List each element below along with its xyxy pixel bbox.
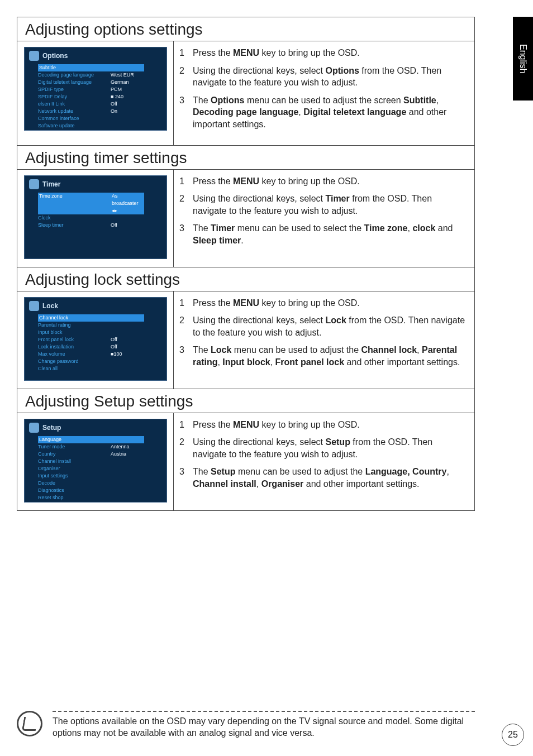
step-text: Press the MENU key to bring up the OSD. (193, 47, 465, 59)
thumbnail-row-value (111, 64, 144, 71)
osd-thumbnail: TimerTime zoneAs broadcaster ◂▸ClockSlee… (24, 175, 167, 259)
step-number: 3 (179, 222, 193, 246)
thumbnail-column: OptionsSubtitleDecoding page languageWes… (17, 41, 174, 145)
thumbnail-row-value (111, 358, 144, 365)
thumbnail-row-label: Max volume (38, 351, 111, 358)
step-text: Using the directional keys, select Timer… (193, 193, 465, 217)
thumbnail-row-value (111, 365, 144, 372)
thumbnail-row-label: Software update (38, 122, 111, 130)
instruction-column: 1Press the MENU key to bring up the OSD.… (174, 413, 474, 510)
thumbnail-row-label: Front panel lock (38, 336, 111, 343)
note-text: The options available on the OSD may var… (53, 711, 475, 739)
step-number: 1 (179, 175, 193, 188)
thumbnail-row-label: Organiser (38, 465, 111, 472)
thumbnail-row-value: Austria (111, 451, 144, 458)
thumbnail-menu-icon (29, 51, 39, 61)
step-number: 2 (179, 193, 193, 217)
thumbnail-row-label: Clock (38, 214, 111, 222)
step-number: 1 (179, 297, 193, 309)
thumbnail-title: Options (42, 52, 68, 60)
thumbnail-column: TimerTime zoneAs broadcaster ◂▸ClockSlee… (17, 170, 174, 267)
thumbnail-row: Input block (38, 329, 144, 336)
thumbnail-row-value: Off (111, 343, 144, 351)
thumbnail-row-value (111, 480, 144, 487)
step-text: Using the directional keys, select Optio… (193, 65, 465, 89)
thumbnail-row-value: Off (111, 222, 144, 229)
thumbnail-column: LockChannel lockParental ratingInput blo… (17, 291, 174, 389)
section-heading: Adjusting Setup settings (17, 389, 474, 413)
step-text: Using the directional keys, select Lock … (193, 314, 465, 338)
thumbnail-row-value (111, 329, 144, 336)
thumbnail-row-label: Reset shop (38, 494, 111, 501)
thumbnail-row-value: PCM (111, 86, 144, 93)
thumbnail-row-value (111, 314, 144, 322)
thumbnail-row: Lock installationOff (38, 343, 144, 351)
thumbnail-row-value (111, 322, 144, 329)
thumbnail-row-value (111, 214, 144, 222)
thumbnail-row: Digital teletext languageGerman (38, 79, 144, 86)
page-number-value: 25 (508, 730, 518, 740)
instruction-step: 3The Options menu can be used to adjust … (179, 94, 465, 131)
page-number: 25 (502, 724, 524, 746)
thumbnail-row-value (111, 122, 144, 130)
thumbnail-list: Channel lockParental ratingInput blockFr… (38, 314, 144, 372)
thumbnail-row-label: Channel install (38, 458, 111, 465)
thumbnail-row-label: Common interface (38, 115, 111, 122)
thumbnail-row-label: Channel lock (38, 314, 111, 322)
thumbnail-row: Language (38, 436, 144, 443)
thumbnail-column: SetupLanguageTuner modeAntennaCountryAus… (17, 413, 174, 510)
thumbnail-row: Front panel lockOff (38, 336, 144, 343)
thumbnail-row: Common interface (38, 115, 144, 122)
section-body: OptionsSubtitleDecoding page languageWes… (17, 41, 474, 146)
step-number: 2 (179, 65, 193, 89)
instruction-step: 3The Timer menu can be used to select th… (179, 222, 465, 246)
thumbnail-list: LanguageTuner modeAntennaCountryAustriaC… (38, 436, 144, 501)
instruction-step: 2Using the directional keys, select Time… (179, 193, 465, 217)
step-text: Press the MENU key to bring up the OSD. (193, 297, 465, 309)
step-number: 3 (179, 344, 193, 368)
thumbnail-list: SubtitleDecoding page languageWest EURDi… (38, 64, 144, 131)
osd-thumbnail: OptionsSubtitleDecoding page languageWes… (24, 47, 167, 131)
instruction-step: 1Press the MENU key to bring up the OSD. (179, 297, 465, 309)
content-frame: Adjusting options settingsOptionsSubtitl… (17, 17, 475, 511)
thumbnail-row-label: Clean all (38, 365, 111, 372)
thumbnail-row: Input settings (38, 472, 144, 480)
thumbnail-row-label: Change password (38, 358, 111, 365)
thumbnail-row-label: Language (38, 436, 111, 443)
thumbnail-row-label: Diagnostics (38, 487, 111, 494)
thumbnail-list: Time zoneAs broadcaster ◂▸ClockSleep tim… (38, 193, 144, 229)
thumbnail-row-value: ■100 (111, 351, 144, 358)
step-text: The Setup menu can be used to adjust the… (193, 466, 465, 490)
instruction-column: 1Press the MENU key to bring up the OSD.… (174, 170, 474, 267)
section-heading: Adjusting options settings (17, 17, 474, 41)
step-text: Press the MENU key to bring up the OSD. (193, 419, 465, 431)
thumbnail-row-label: Sleep timer (38, 222, 111, 229)
thumbnail-row: Software update (38, 122, 144, 130)
thumbnail-row-label: Time zone (38, 193, 111, 214)
thumbnail-row: Clean all (38, 365, 144, 372)
section-body: SetupLanguageTuner modeAntennaCountryAus… (17, 413, 474, 510)
instruction-column: 1Press the MENU key to bring up the OSD.… (174, 291, 474, 389)
step-text: The Options menu can be used to adjust t… (193, 94, 465, 131)
thumbnail-row-value (111, 115, 144, 122)
step-number: 3 (179, 466, 193, 490)
thumbnail-row: Tuner modeAntenna (38, 443, 144, 451)
thumbnail-row-value: On (111, 108, 144, 115)
thumbnail-row-value (111, 472, 144, 480)
step-text: The Timer menu can be used to select the… (193, 222, 465, 246)
section-heading: Adjusting timer settings (17, 146, 474, 170)
thumbnail-row-value: Antenna (111, 443, 144, 451)
thumbnail-row-value: West EUR (111, 71, 144, 79)
instruction-step: 3The Setup menu can be used to adjust th… (179, 466, 465, 490)
section-body: LockChannel lockParental ratingInput blo… (17, 291, 474, 389)
thumbnail-row-label: elsen It Link (38, 101, 111, 108)
thumbnail-row-value: ■ 240 (111, 93, 144, 101)
thumbnail-menu-icon (29, 179, 39, 189)
thumbnail-row: Parental rating (38, 322, 144, 329)
thumbnail-title: Lock (42, 302, 58, 310)
thumbnail-row-label: Location (38, 130, 111, 131)
step-text: Press the MENU key to bring up the OSD. (193, 175, 465, 188)
thumbnail-row: Reset shop (38, 494, 144, 501)
instruction-step: 1Press the MENU key to bring up the OSD. (179, 175, 465, 188)
instruction-column: 1Press the MENU key to bring up the OSD.… (174, 41, 474, 145)
